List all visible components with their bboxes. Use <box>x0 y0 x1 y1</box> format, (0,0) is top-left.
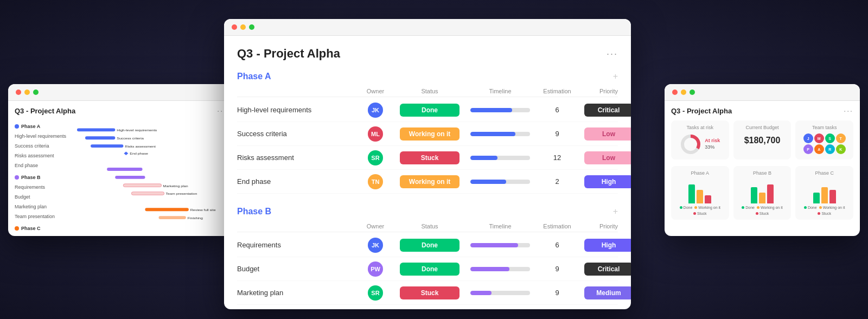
budget-title: Current Budget <box>738 125 787 130</box>
bar-stuck <box>829 190 836 203</box>
gantt-window: Q3 - Project Alpha ··· Phase A High-leve… <box>8 84 233 236</box>
bar-working <box>697 190 703 203</box>
col-timeline: Timeline <box>465 88 535 94</box>
status-badge[interactable]: Done <box>400 239 459 252</box>
at-risk-label: At risk <box>705 138 720 143</box>
priority-badge[interactable]: Medium <box>584 286 631 299</box>
gantt-labels: Phase A High-level requirements Success … <box>15 119 74 227</box>
priority-badge[interactable]: High <box>584 175 631 188</box>
phase-c-chart-card: Phase C Done Working on it Stuck <box>795 166 853 220</box>
status-badge[interactable]: Done <box>400 263 459 276</box>
phase-a-chart-card: Phase A Done Working on it Stuck <box>671 166 729 220</box>
estimation-value: 9 <box>535 265 579 273</box>
legend-working: Working on it <box>757 206 783 209</box>
main-title-bar <box>224 19 631 36</box>
team-avatars: J M S T P A R K <box>800 133 849 154</box>
timeline-bar <box>465 267 535 271</box>
svg-rect-4 <box>91 144 123 148</box>
minimize-dot[interactable] <box>681 90 686 95</box>
svg-text:Finishing: Finishing <box>188 216 203 220</box>
maximize-dot[interactable] <box>33 90 39 95</box>
status-badge[interactable]: Working on it <box>400 175 459 188</box>
gantt-label: Review full site <box>15 233 74 235</box>
task-name: End phase <box>237 177 356 186</box>
priority-badge[interactable]: High <box>584 239 631 252</box>
phase-b-legend: Done Working on it Stuck <box>738 206 787 215</box>
table-row: Marketing plan SR Stuck 9 Medium + <box>237 281 618 305</box>
estimation-value: 6 <box>535 241 579 249</box>
donut-chart <box>680 133 701 155</box>
tasks-at-risk-card: Tasks at risk At risk 33% <box>671 120 729 160</box>
priority-badge[interactable]: Low <box>584 151 631 164</box>
dashboard-content: Q3 - Project Alpha ··· Tasks at risk At … <box>665 101 860 235</box>
minimize-dot[interactable] <box>240 24 246 30</box>
avatar: JK <box>368 238 383 253</box>
mini-avatar: T <box>836 133 846 143</box>
budget-value: $180,700 <box>738 136 787 145</box>
phase-c-legend: Done Working on it Stuck <box>800 206 849 215</box>
gantt-phase-a-label: Phase A <box>15 122 74 131</box>
priority-badge[interactable]: Critical <box>584 263 631 276</box>
legend-stuck: Stuck <box>693 212 707 215</box>
table-row: Requirements JK Done 6 High + <box>237 233 618 257</box>
mini-avatar: J <box>803 133 813 143</box>
col-task <box>237 88 356 94</box>
bar-done <box>688 184 695 203</box>
col-owner: Owner <box>356 88 394 94</box>
svg-rect-2 <box>85 136 115 139</box>
phase-b-chart-title: Phase B <box>738 170 787 176</box>
maximize-dot[interactable] <box>690 90 695 95</box>
timeline-bar <box>465 132 535 136</box>
dashboard-bottom-cards: Phase A Done Working on it Stuck Phase B <box>671 166 853 220</box>
gantt-phase-b-label: Phase B <box>15 173 74 182</box>
gantt-title-bar <box>8 84 233 101</box>
close-dot[interactable] <box>672 90 678 95</box>
avatar: TN <box>368 174 383 189</box>
phase-b-table-header: Owner Status Timeline Estimation Priorit… <box>237 221 618 232</box>
task-name: High-level requirements <box>237 106 356 114</box>
status-badge[interactable]: Stuck <box>400 151 459 164</box>
col-status: Status <box>394 88 465 94</box>
table-row: Team presentation TN Stuck 12 Medium + <box>237 305 618 307</box>
timeline-bar <box>465 180 535 184</box>
table-row: Success criteria ML Working on it 9 Low … <box>237 122 618 146</box>
estimation-value: 2 <box>535 177 579 186</box>
phase-b-add-button[interactable]: + <box>613 207 618 216</box>
col-estimation: Estimation <box>535 88 579 94</box>
avatar: SR <box>368 285 383 301</box>
col-estimation: Estimation <box>535 223 579 229</box>
gantt-label: Team presentation <box>15 212 74 221</box>
avatar: PW <box>368 261 383 277</box>
svg-text:Risks assessment: Risks assessment <box>125 145 156 148</box>
phase-a-title: Phase A <box>237 72 271 81</box>
phase-b-section: Phase B + Owner Status Timeline Estimati… <box>237 207 618 307</box>
table-row: End phase TN Working on it 2 High + <box>237 170 618 194</box>
gantt-chart: High-level requirements Success criteria… <box>74 119 227 227</box>
mini-avatar: R <box>825 144 835 154</box>
main-window: Q3 - Project Alpha ··· Phase A + Owner S… <box>224 19 631 309</box>
close-dot[interactable] <box>232 24 237 30</box>
mini-avatar: P <box>803 144 813 154</box>
dashboard-more-button[interactable]: ··· <box>844 106 853 115</box>
team-tasks-card: Team tasks J M S T P A R K <box>795 120 853 160</box>
svg-rect-12 <box>131 192 164 195</box>
gantt-label: Risks assessment <box>15 151 74 161</box>
col-priority: Priority <box>579 223 631 229</box>
status-badge[interactable]: Done <box>400 104 459 117</box>
close-dot[interactable] <box>16 90 21 95</box>
more-options-button[interactable]: ··· <box>607 48 618 60</box>
phase-b-title: Phase B <box>237 207 271 216</box>
bar-done <box>813 193 820 203</box>
table-row: Budget PW Done 9 Critical + <box>237 257 618 281</box>
maximize-dot[interactable] <box>249 24 254 30</box>
phase-a-add-button[interactable]: + <box>613 72 618 81</box>
status-badge[interactable]: Working on it <box>400 127 459 141</box>
priority-badge[interactable]: Critical <box>584 104 631 117</box>
timeline-bar <box>465 156 535 160</box>
status-badge[interactable]: Stuck <box>400 286 459 299</box>
svg-text:Review full site: Review full site <box>190 208 216 212</box>
priority-badge[interactable]: Low <box>584 127 631 141</box>
svg-text:Team presentation: Team presentation <box>166 192 197 196</box>
minimize-dot[interactable] <box>24 90 30 95</box>
mini-avatar: S <box>825 133 835 143</box>
